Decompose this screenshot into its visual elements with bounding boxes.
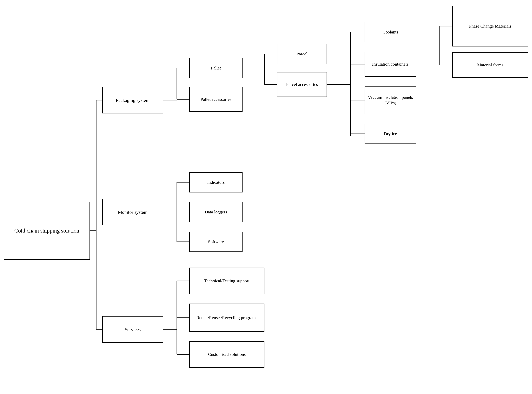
node-packaging: Packaging system — [102, 87, 163, 114]
node-material-forms: Material forms — [452, 52, 528, 78]
connector-lines — [0, 0, 532, 394]
node-pallet-acc: Pallet accessories — [189, 87, 243, 112]
node-services: Services — [102, 316, 163, 343]
node-phase-change: Phase Change Materials — [452, 6, 528, 47]
node-vip: Vacuum insulation panels (VIPs) — [365, 86, 416, 114]
node-rental: Rental/Reuse /Recycling programs — [189, 304, 264, 332]
node-tech-support: Technical/Testing support — [189, 268, 264, 294]
node-insulation: Insulation containers — [365, 52, 416, 77]
diagram: Cold chain shipping solution Packaging s… — [0, 0, 532, 394]
node-parcel-acc: Parcel accessories — [277, 72, 327, 97]
node-customised: Customised solutions — [189, 341, 264, 368]
node-coolants: Coolants — [365, 22, 416, 42]
node-data-loggers: Data loggers — [189, 202, 243, 222]
node-dry-ice: Dry ice — [365, 124, 416, 144]
node-monitor: Monitor system — [102, 199, 163, 225]
node-root: Cold chain shipping solution — [4, 202, 90, 259]
node-pallet: Pallet — [189, 58, 243, 78]
node-parcel: Parcel — [277, 44, 327, 64]
node-software: Software — [189, 232, 243, 252]
node-indicators: Indicators — [189, 172, 243, 192]
